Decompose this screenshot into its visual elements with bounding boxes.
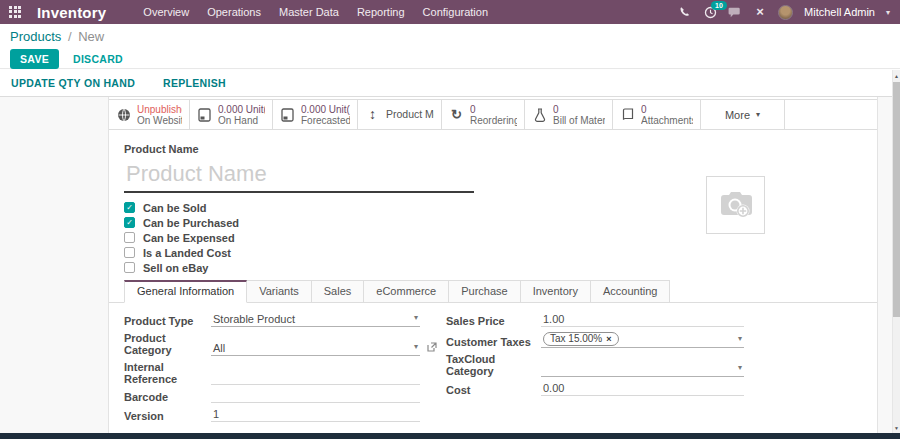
checkbox-icon: ✓ xyxy=(124,202,135,213)
tab-ecommerce[interactable]: eCommerce xyxy=(364,280,449,303)
content-area: UnpublishedOn Website 0.000 Unit(s)On Ha… xyxy=(0,97,900,433)
field-label: TaxCloud Category xyxy=(446,353,541,377)
menu-operations[interactable]: Operations xyxy=(198,0,270,24)
product-name-label: Product Name xyxy=(124,143,862,155)
field-product-type: Product Type Storable Product ▾ xyxy=(124,313,420,327)
stat-label: On Website xyxy=(137,115,182,126)
field-label: Cost xyxy=(446,384,541,396)
field-product-category: Product Category All ▾ xyxy=(124,332,420,356)
tax-tag[interactable]: Tax 15.00% × xyxy=(543,332,619,346)
product-name-input[interactable] xyxy=(124,155,474,193)
messages-icon[interactable] xyxy=(728,5,742,19)
globe-icon xyxy=(116,107,131,122)
replenish-button[interactable]: REPLENISH xyxy=(163,77,226,89)
field-value: Storable Product xyxy=(213,313,295,325)
save-button[interactable]: SAVE xyxy=(10,49,59,69)
tab-variants[interactable]: Variants xyxy=(247,280,312,303)
stat-label: Product Moves xyxy=(386,109,434,120)
stat-value: 0.000 Unit(s) xyxy=(218,104,265,115)
checkbox-label: Can be Purchased xyxy=(143,217,239,229)
stat-on-hand[interactable]: 0.000 Unit(s)On Hand xyxy=(190,100,273,129)
app-name[interactable]: Inventory xyxy=(37,4,106,21)
breadcrumb: Products / New xyxy=(10,29,890,44)
field-value: 1 xyxy=(213,408,219,420)
stat-reordering-rules[interactable]: ↻ 0Reordering R... xyxy=(442,100,525,129)
checkbox-sell-on-ebay[interactable]: ✓ Sell on eBay xyxy=(124,262,862,273)
field-cost: Cost 0.00 xyxy=(446,382,744,396)
checkbox-is-landed-cost[interactable]: ✓ Is a Landed Cost xyxy=(124,247,862,258)
user-menu[interactable]: Mitchell Admin xyxy=(804,6,875,18)
control-panel: Products / New SAVE DISCARD xyxy=(0,24,900,69)
field-label: Barcode xyxy=(124,391,211,403)
field-sales-price: Sales Price 1.00 xyxy=(446,313,744,327)
field-version: Version 1 xyxy=(124,408,420,422)
menu-configuration[interactable]: Configuration xyxy=(414,0,497,24)
form-action-buttons: SAVE DISCARD xyxy=(10,49,890,69)
tax-tag-label: Tax 15.00% xyxy=(550,333,602,345)
field-label: Sales Price xyxy=(446,315,541,327)
vertical-scrollbar[interactable]: ▲ ▼ xyxy=(892,70,900,433)
remove-tag-icon[interactable]: × xyxy=(606,333,611,345)
version-input[interactable]: 1 xyxy=(211,408,420,422)
book-icon xyxy=(620,107,635,122)
breadcrumb-current: New xyxy=(78,29,104,44)
product-category-select[interactable]: All ▾ xyxy=(211,342,420,356)
scrollbar-thumb[interactable] xyxy=(893,82,900,317)
camera-plus-icon xyxy=(717,189,755,221)
stat-on-website[interactable]: UnpublishedOn Website xyxy=(109,100,190,129)
field-customer-taxes: Customer Taxes Tax 15.00% × ▾ xyxy=(446,332,744,348)
menu-overview[interactable]: Overview xyxy=(134,0,198,24)
chevron-down-icon: ▾ xyxy=(414,312,418,324)
tablet-icon xyxy=(280,107,295,122)
product-type-select[interactable]: Storable Product ▾ xyxy=(211,313,420,327)
menu-reporting[interactable]: Reporting xyxy=(348,0,414,24)
activities-clock-icon[interactable]: 10 xyxy=(703,5,717,19)
stat-value: 0 xyxy=(641,104,693,115)
field-value: 0.00 xyxy=(543,382,564,394)
tab-purchase[interactable]: Purchase xyxy=(449,280,520,303)
breadcrumb-products[interactable]: Products xyxy=(10,29,61,44)
update-qty-on-hand-button[interactable]: UPDATE QTY ON HAND xyxy=(11,77,135,89)
close-session-icon[interactable]: × xyxy=(753,5,767,19)
sales-price-input[interactable]: 1.00 xyxy=(541,313,744,327)
apps-menu-icon[interactable] xyxy=(9,6,23,19)
product-image-upload[interactable] xyxy=(706,176,765,234)
stat-label: On Hand xyxy=(218,115,265,126)
more-button[interactable]: More ▾ xyxy=(701,100,785,129)
notebook-tabs: General Information Variants Sales eComm… xyxy=(109,280,877,303)
stat-label: Bill of Materi... xyxy=(553,115,605,126)
checkbox-icon: ✓ xyxy=(124,247,135,258)
tab-inventory[interactable]: Inventory xyxy=(521,280,591,303)
barcode-input[interactable] xyxy=(211,390,420,403)
checkbox-icon: ✓ xyxy=(124,262,135,273)
tab-sales[interactable]: Sales xyxy=(312,280,365,303)
tablet-icon xyxy=(197,107,212,122)
external-link-icon[interactable] xyxy=(427,342,437,354)
stat-value: 0.000 Unit(s) xyxy=(301,104,350,115)
cost-input[interactable]: 0.00 xyxy=(541,382,744,396)
stat-label: Forecasted xyxy=(301,115,350,126)
stat-bill-of-materials[interactable]: 0Bill of Materi... xyxy=(525,100,613,129)
discard-button[interactable]: DISCARD xyxy=(73,53,123,65)
tab-general-information[interactable]: General Information xyxy=(124,280,247,303)
field-taxcloud-category: TaxCloud Category ▾ xyxy=(446,353,744,377)
stat-forecasted[interactable]: 0.000 Unit(s)Forecasted xyxy=(273,100,358,129)
form-left-column: Product Type Storable Product ▾ Product … xyxy=(124,313,420,427)
internal-reference-input[interactable] xyxy=(211,372,420,385)
arrows-up-down-icon: ↕ xyxy=(365,107,380,122)
field-label: Product Type xyxy=(124,315,211,327)
checkbox-label: Can be Expensed xyxy=(143,232,235,244)
taxcloud-category-select[interactable]: ▾ xyxy=(541,364,744,377)
stat-attachments[interactable]: 0Attachments xyxy=(613,100,701,129)
customer-taxes-select[interactable]: Tax 15.00% × ▾ xyxy=(541,332,744,348)
scroll-down-arrow[interactable]: ▼ xyxy=(893,422,900,433)
checkbox-icon: ✓ xyxy=(124,217,135,228)
tab-accounting[interactable]: Accounting xyxy=(591,280,670,303)
activity-count-badge[interactable]: 10 xyxy=(711,1,727,10)
main-menu: Overview Operations Master Data Reportin… xyxy=(134,0,497,24)
phone-icon[interactable] xyxy=(678,5,692,19)
user-avatar[interactable] xyxy=(778,5,793,20)
scroll-up-arrow[interactable]: ▲ xyxy=(893,70,900,81)
menu-master-data[interactable]: Master Data xyxy=(270,0,348,24)
stat-product-moves[interactable]: ↕ Product Moves xyxy=(358,100,442,129)
